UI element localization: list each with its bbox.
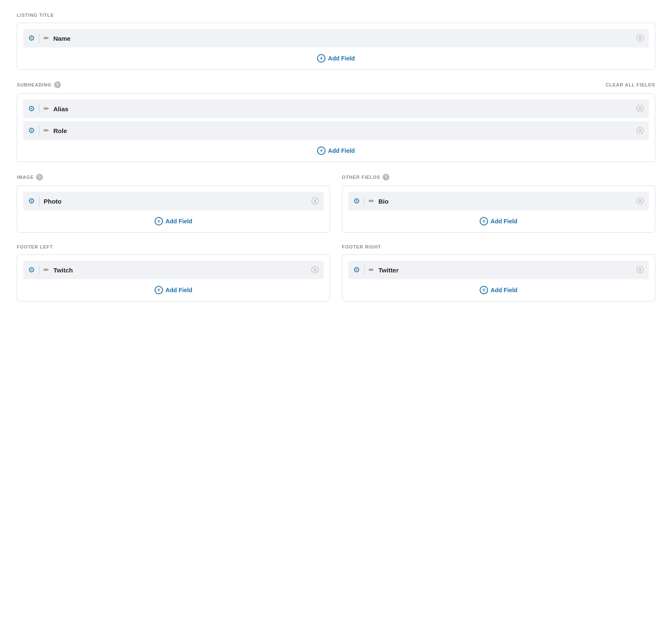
image-section: IMAGE ? ⚙ Photo ⓧ + Add Field	[17, 174, 330, 233]
other-fields-section: OTHER FIELDS ? ⚙ ✏ Bio ⓧ + Add Field	[342, 174, 655, 233]
remove-icon[interactable]: ⓧ	[636, 104, 644, 114]
remove-icon[interactable]: ⓧ	[636, 33, 644, 43]
add-field-label: Add Field	[165, 218, 192, 225]
field-label: Role	[53, 127, 632, 134]
listing-title-add-field-button[interactable]: + Add Field	[23, 51, 649, 63]
footer-right-add-field-button[interactable]: + Add Field	[348, 283, 649, 295]
other-fields-box: ⚙ ✏ Bio ⓧ + Add Field	[342, 186, 655, 233]
gear-icon[interactable]: ⚙	[28, 265, 35, 275]
footer-left-add-field-button[interactable]: + Add Field	[23, 283, 324, 295]
image-other-fields-row: IMAGE ? ⚙ Photo ⓧ + Add Field OTHER FIEL…	[17, 174, 655, 233]
pencil-icon: ✏	[44, 127, 49, 134]
other-fields-add-field-button[interactable]: + Add Field	[348, 214, 649, 226]
gear-icon[interactable]: ⚙	[353, 196, 360, 206]
pencil-icon: ✏	[369, 266, 374, 274]
image-help-icon[interactable]: ?	[36, 174, 43, 181]
subheading-add-field-button[interactable]: + Add Field	[23, 143, 649, 156]
divider	[39, 196, 39, 206]
field-label: Photo	[44, 198, 307, 205]
subheading-box: ⚙ ✏ Alias ⓧ ⚙ ✏ Role ⓧ + Add Field	[17, 93, 655, 162]
divider	[39, 34, 39, 43]
gear-icon[interactable]: ⚙	[353, 265, 360, 275]
listing-title-section: LISTING TITLE ⚙ ✏ Name ⓧ + Add Field	[17, 13, 655, 70]
pencil-icon: ✏	[44, 34, 49, 42]
image-box: ⚙ Photo ⓧ + Add Field	[17, 186, 330, 233]
clear-all-button[interactable]: CLEAR ALL FIELDS	[606, 82, 655, 87]
subheading-field-alias: ⚙ ✏ Alias ⓧ	[23, 99, 649, 118]
add-field-label: Add Field	[491, 218, 517, 225]
field-label: Twitch	[53, 267, 307, 274]
add-field-label: Add Field	[328, 55, 355, 62]
subheading-section: SUBHEADING ? CLEAR ALL FIELDS ⚙ ✏ Alias …	[17, 81, 655, 162]
field-label: Twitter	[378, 267, 632, 274]
subheading-field-role: ⚙ ✏ Role ⓧ	[23, 121, 649, 140]
listing-title-label: LISTING TITLE	[17, 13, 54, 18]
remove-icon[interactable]: ⓧ	[636, 196, 644, 206]
image-add-field-button[interactable]: + Add Field	[23, 214, 324, 226]
footer-right-box: ⚙ ✏ Twitter ⓧ + Add Field	[342, 254, 655, 301]
remove-icon[interactable]: ⓧ	[636, 126, 644, 136]
add-field-label: Add Field	[491, 287, 517, 293]
footer-right-label: FOOTER RIGHT	[342, 244, 381, 249]
subheading-help-icon[interactable]: ?	[54, 81, 61, 88]
footer-left-box: ⚙ ✏ Twitch ⓧ + Add Field	[17, 254, 330, 301]
listing-title-field-name: ⚙ ✏ Name ⓧ	[23, 29, 649, 47]
remove-icon[interactable]: ⓧ	[311, 196, 319, 206]
field-label: Name	[53, 35, 632, 42]
plus-circle-icon: +	[480, 217, 488, 225]
gear-icon[interactable]: ⚙	[28, 196, 35, 206]
pencil-icon: ✏	[369, 197, 374, 205]
plus-circle-icon: +	[317, 147, 326, 155]
footer-left-section: FOOTER LEFT ⚙ ✏ Twitch ⓧ + Add Field	[17, 244, 330, 301]
divider	[364, 196, 365, 206]
pencil-icon: ✏	[44, 266, 49, 274]
gear-icon[interactable]: ⚙	[28, 126, 35, 135]
subheading-label: SUBHEADING	[17, 82, 52, 87]
remove-icon[interactable]: ⓧ	[311, 265, 319, 275]
image-field-photo: ⚙ Photo ⓧ	[23, 192, 324, 210]
field-label: Bio	[378, 198, 632, 205]
divider	[39, 126, 39, 135]
field-label: Alias	[53, 105, 632, 113]
image-label: IMAGE	[17, 175, 34, 180]
footer-right-field-twitter: ⚙ ✏ Twitter ⓧ	[348, 261, 649, 279]
gear-icon[interactable]: ⚙	[28, 34, 35, 43]
divider	[39, 104, 39, 113]
plus-circle-icon: +	[155, 286, 163, 294]
divider	[39, 265, 39, 275]
gear-icon[interactable]: ⚙	[28, 104, 35, 113]
pencil-icon: ✏	[44, 105, 49, 113]
footer-left-field-twitch: ⚙ ✏ Twitch ⓧ	[23, 261, 324, 279]
add-field-label: Add Field	[328, 147, 355, 154]
add-field-label: Add Field	[165, 287, 192, 293]
listing-title-box: ⚙ ✏ Name ⓧ + Add Field	[17, 23, 655, 70]
other-fields-label: OTHER FIELDS	[342, 175, 380, 180]
remove-icon[interactable]: ⓧ	[636, 265, 644, 275]
footer-row: FOOTER LEFT ⚙ ✏ Twitch ⓧ + Add Field FOO…	[17, 244, 655, 301]
footer-right-section: FOOTER RIGHT ⚙ ✏ Twitter ⓧ + Add Field	[342, 244, 655, 301]
plus-circle-icon: +	[155, 217, 163, 225]
plus-circle-icon: +	[480, 286, 488, 294]
other-fields-field-bio: ⚙ ✏ Bio ⓧ	[348, 192, 649, 210]
divider	[364, 265, 365, 275]
footer-left-label: FOOTER LEFT	[17, 244, 53, 249]
other-fields-help-icon[interactable]: ?	[383, 174, 389, 181]
plus-circle-icon: +	[317, 54, 326, 63]
